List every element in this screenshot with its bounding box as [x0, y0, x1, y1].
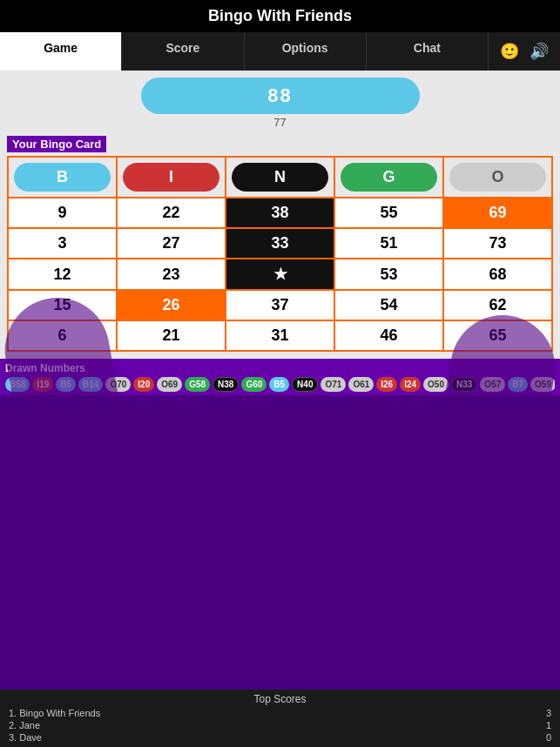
bingo-cell[interactable]: 3 — [8, 228, 117, 259]
title-bar: Bingo With Friends — [0, 0, 560, 32]
drawn-chip: I24 — [400, 377, 421, 392]
bingo-cell[interactable]: 23 — [117, 259, 226, 290]
bingo-cell[interactable]: 69 — [443, 198, 552, 228]
previous-number: 77 — [273, 116, 286, 129]
drawn-chip: G58 — [185, 377, 210, 392]
drawn-chip: B5 — [269, 377, 289, 392]
score-rank: 2. Jane — [9, 720, 40, 730]
bingo-cell[interactable]: 46 — [334, 320, 443, 351]
score-row: 1. Bingo With Friends3 — [9, 707, 551, 719]
bingo-card-label: Your Bingo Card — [7, 136, 106, 152]
header-n: N — [226, 157, 334, 198]
header-o: O — [443, 157, 552, 198]
score-value: 3 — [546, 708, 551, 718]
drawn-chip: O69 — [157, 377, 182, 392]
tab-chat[interactable]: Chat — [367, 32, 489, 71]
bingo-cell[interactable]: 37 — [226, 290, 334, 320]
bingo-cell[interactable]: 22 — [117, 198, 226, 228]
bingo-cell[interactable]: 26 — [117, 290, 226, 320]
bingo-cell[interactable]: 51 — [334, 228, 443, 259]
score-row: 2. Jane1 — [9, 719, 551, 731]
drawn-chip: O50 — [423, 377, 449, 392]
drawn-chip: I26 — [376, 377, 397, 392]
bingo-cell[interactable]: 9 — [8, 198, 117, 228]
bingo-cell[interactable]: 38 — [226, 198, 334, 228]
bingo-cell[interactable]: 68 — [443, 259, 552, 290]
header-b: B — [8, 157, 117, 198]
tab-options[interactable]: Options — [245, 32, 367, 71]
score-row: 3. Dave0 — [9, 731, 551, 744]
bingo-cell[interactable]: 12 — [8, 259, 117, 290]
score-rank: 3. Dave — [9, 732, 42, 743]
current-number-oval: 88 — [141, 77, 420, 114]
bingo-cell[interactable]: 21 — [117, 320, 226, 351]
bingo-cell[interactable]: 55 — [334, 198, 443, 228]
score-value: 1 — [546, 720, 551, 730]
bingo-cell[interactable]: 53 — [334, 259, 443, 290]
app-title: Bingo With Friends — [0, 7, 560, 25]
tab-score[interactable]: Score — [122, 32, 244, 71]
score-rank: 1. Bingo With Friends — [9, 708, 100, 718]
drawn-chip: N38 — [213, 377, 239, 392]
drawn-chip: G60 — [241, 377, 267, 392]
bingo-cell[interactable]: 33 — [226, 228, 334, 259]
bingo-cell[interactable]: 73 — [443, 228, 552, 259]
bingo-cell[interactable]: 31 — [226, 320, 334, 351]
main-content — [0, 395, 560, 690]
drawn-chip: I20 — [133, 377, 154, 392]
tab-game[interactable]: Game — [0, 32, 122, 71]
score-value: 0 — [546, 732, 551, 743]
drawn-chip: O61 — [348, 377, 374, 392]
bottom-scores: Top Scores 1. Bingo With Friends32. Jane… — [0, 690, 560, 747]
header-i: I — [117, 157, 226, 198]
drawn-chip: N40 — [292, 377, 318, 392]
current-number-section: 88 77 — [0, 71, 560, 132]
drawn-chip: O71 — [320, 377, 346, 392]
emoji-button[interactable]: 🙂 — [497, 39, 522, 64]
top-scores-title: Top Scores — [9, 693, 551, 705]
sound-button[interactable]: 🔊 — [527, 39, 551, 64]
current-number: 88 — [267, 84, 292, 106]
bingo-cell[interactable]: 54 — [334, 290, 443, 320]
bingo-cell[interactable]: 27 — [117, 228, 226, 259]
score-rows: 1. Bingo With Friends32. Jane13. Dave0 — [9, 707, 551, 744]
bingo-cell[interactable]: ★ — [226, 259, 334, 290]
header-g: G — [334, 157, 443, 198]
icon-buttons: 🙂 🔊 — [489, 32, 560, 71]
